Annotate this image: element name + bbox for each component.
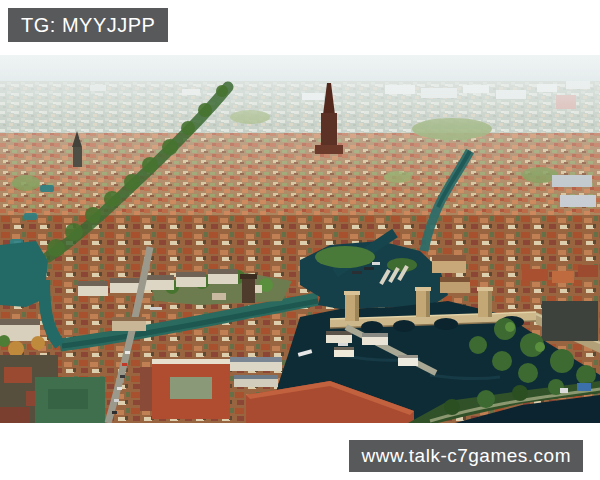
website-watermark-text: www.talk-c7games.com [361,445,571,466]
aerial-photo [0,55,600,423]
bridge-tower [344,291,360,321]
telegram-watermark-text: TG: MYYJJPP [21,14,155,36]
screenshot-root: TG: MYYJJPP www.talk-c7games.com [0,0,600,480]
bridge-tower [415,287,431,317]
telegram-watermark: TG: MYYJJPP [8,8,168,42]
courtyard-complex [152,359,230,419]
atmospheric-haze [0,55,600,205]
bridge-tower [477,287,493,317]
stone-tower [242,277,255,303]
blue-truck [577,383,591,391]
website-watermark: www.talk-c7games.com [349,440,583,472]
